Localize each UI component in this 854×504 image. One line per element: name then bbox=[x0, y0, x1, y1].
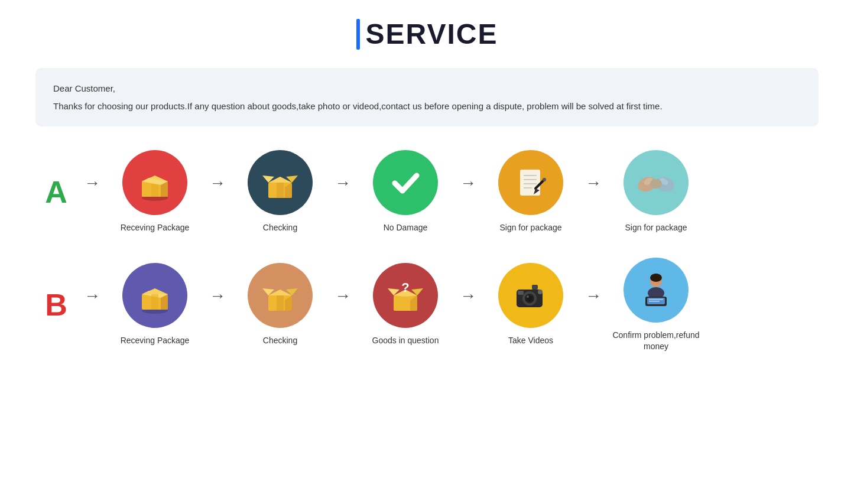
package-icon bbox=[136, 164, 174, 202]
row-label-a: A bbox=[35, 174, 77, 210]
step-a2-label: Checking bbox=[263, 222, 297, 234]
camera-icon bbox=[512, 277, 550, 315]
flow-section-b: B → Receving Package → bbox=[35, 258, 819, 353]
arrow-b3: → bbox=[460, 287, 476, 323]
svg-text:?: ? bbox=[401, 280, 409, 295]
step-b1: Receving Package bbox=[102, 263, 208, 347]
svg-point-55 bbox=[650, 274, 662, 282]
notice-message: Thanks for choosing our products.If any … bbox=[53, 99, 801, 114]
svg-rect-13 bbox=[277, 183, 284, 198]
step-b1-circle bbox=[122, 263, 187, 328]
step-b4: Take Videos bbox=[478, 263, 584, 347]
svg-rect-51 bbox=[532, 285, 538, 290]
step-b4-circle bbox=[498, 263, 563, 328]
step-b5-label: Confirm problem,refund money bbox=[603, 330, 709, 353]
person-laptop-icon bbox=[637, 271, 676, 309]
sign-icon bbox=[512, 164, 550, 202]
step-a1: Receving Package bbox=[102, 150, 208, 234]
step-a5: Sign for package bbox=[603, 150, 709, 234]
step-b2: Checking bbox=[227, 263, 333, 347]
step-a5-circle bbox=[624, 150, 689, 215]
arrow-b2: → bbox=[335, 287, 351, 323]
page-title: SERVICE bbox=[366, 18, 498, 50]
step-b5-circle bbox=[624, 258, 689, 323]
arrow-a3: → bbox=[460, 174, 476, 210]
step-a3-circle bbox=[373, 150, 438, 215]
step-b3-circle: ? bbox=[373, 263, 438, 328]
svg-marker-32 bbox=[142, 288, 168, 294]
step-a2: Checking bbox=[227, 150, 333, 234]
question-box-icon: ? bbox=[387, 277, 425, 315]
arrow-a0: → bbox=[84, 174, 100, 210]
step-a1-label: Receving Package bbox=[121, 222, 190, 234]
svg-point-26 bbox=[650, 179, 662, 188]
step-b3-label: Goods in question bbox=[372, 335, 439, 347]
step-b1-label: Receving Package bbox=[121, 335, 190, 347]
step-a4-circle bbox=[498, 150, 563, 215]
page-title-section: SERVICE bbox=[35, 18, 819, 50]
step-a3: No Damage bbox=[352, 150, 459, 234]
svg-rect-39 bbox=[277, 295, 284, 311]
flow-row-a: A → bbox=[35, 150, 819, 234]
step-a2-circle bbox=[248, 150, 313, 215]
notice-box: Dear Customer, Thanks for choosing our p… bbox=[35, 68, 819, 126]
package2-icon bbox=[136, 277, 174, 315]
step-b3: ? Goods in question bbox=[352, 263, 459, 347]
arrow-a4: → bbox=[585, 174, 602, 210]
arrow-b4: → bbox=[585, 287, 602, 323]
svg-rect-31 bbox=[151, 294, 158, 310]
arrow-a1: → bbox=[209, 174, 226, 210]
step-a4-label: Sign for package bbox=[499, 222, 561, 234]
arrow-b0: → bbox=[84, 287, 100, 323]
title-accent-bar bbox=[356, 19, 360, 50]
flow-row-b: B → Receving Package → bbox=[35, 258, 819, 353]
flow-section-a: A → bbox=[35, 150, 819, 234]
step-a3-label: No Damage bbox=[384, 222, 428, 234]
row-label-b: B bbox=[35, 287, 77, 323]
step-b4-label: Take Videos bbox=[508, 335, 553, 347]
svg-point-50 bbox=[527, 295, 529, 298]
open-box2-icon bbox=[261, 277, 300, 315]
handshake-icon bbox=[635, 164, 677, 202]
svg-point-21 bbox=[543, 178, 546, 181]
notice-greeting: Dear Customer, bbox=[53, 81, 801, 96]
step-b2-label: Checking bbox=[263, 335, 297, 347]
svg-rect-52 bbox=[518, 291, 524, 295]
checkmark-icon bbox=[387, 164, 425, 202]
step-b2-circle bbox=[248, 263, 313, 328]
step-a1-circle bbox=[122, 150, 187, 215]
svg-point-53 bbox=[538, 290, 543, 294]
arrow-a2: → bbox=[335, 174, 351, 210]
arrow-b1: → bbox=[209, 287, 226, 323]
step-a4: Sign for package bbox=[478, 150, 584, 234]
step-b5: Confirm problem,refund money bbox=[603, 258, 709, 353]
step-a5-label: Sign for package bbox=[625, 222, 687, 234]
open-box-icon bbox=[261, 164, 300, 202]
